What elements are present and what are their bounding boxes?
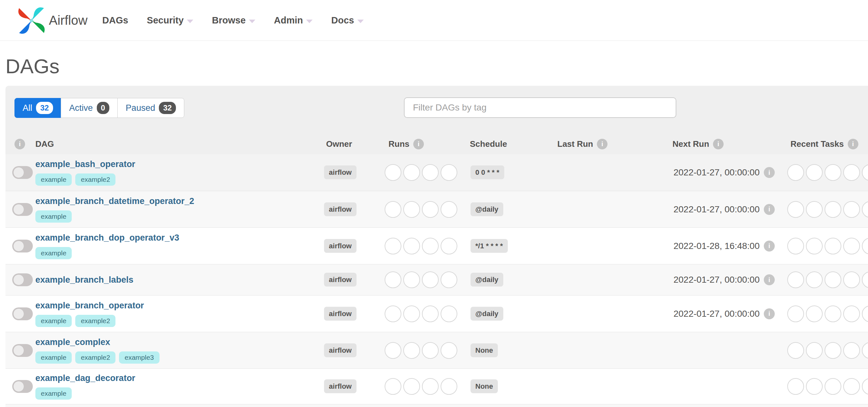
task-status-circle[interactable] xyxy=(384,164,401,181)
task-status-circle[interactable] xyxy=(403,342,420,359)
task-status-circle[interactable] xyxy=(825,238,841,255)
task-status-circle[interactable] xyxy=(403,378,420,395)
task-status-circle[interactable] xyxy=(787,342,804,359)
dag-link[interactable]: example_bash_operator xyxy=(35,159,135,169)
dag-link[interactable]: example_branch_labels xyxy=(35,275,133,285)
column-schedule[interactable]: Schedule xyxy=(470,134,507,154)
task-status-circle[interactable] xyxy=(422,201,439,218)
task-status-circle[interactable] xyxy=(441,238,457,255)
task-status-circle[interactable] xyxy=(843,271,860,288)
task-status-circle[interactable] xyxy=(787,238,804,255)
dag-tag[interactable]: example xyxy=(35,315,72,327)
task-status-circle[interactable] xyxy=(862,305,868,322)
task-status-circle[interactable] xyxy=(441,271,457,288)
task-status-circle[interactable] xyxy=(441,378,457,395)
task-status-circle[interactable] xyxy=(384,378,401,395)
dag-tag[interactable]: example xyxy=(35,210,72,223)
nav-item[interactable]: Admin xyxy=(274,15,313,26)
schedule-badge[interactable]: @daily xyxy=(470,202,503,216)
task-status-circle[interactable] xyxy=(384,305,401,322)
task-status-circle[interactable] xyxy=(403,238,420,255)
dag-tag[interactable]: example2 xyxy=(75,173,116,186)
task-status-circle[interactable] xyxy=(384,342,401,359)
dag-tag[interactable]: example2 xyxy=(75,351,116,364)
task-status-circle[interactable] xyxy=(806,305,823,322)
tab-active[interactable]: Active 0 xyxy=(61,98,118,118)
task-status-circle[interactable] xyxy=(843,305,860,322)
schedule-badge[interactable]: @daily xyxy=(470,273,503,286)
schedule-badge[interactable]: @daily xyxy=(470,307,503,320)
task-status-circle[interactable] xyxy=(862,342,868,359)
task-status-circle[interactable] xyxy=(806,201,823,218)
task-status-circle[interactable] xyxy=(825,201,841,218)
task-status-circle[interactable] xyxy=(806,378,823,395)
tab-all[interactable]: All 32 xyxy=(14,98,61,118)
tab-paused[interactable]: Paused 32 xyxy=(117,98,184,118)
info-icon[interactable]: i xyxy=(597,139,608,149)
task-status-circle[interactable] xyxy=(825,271,841,288)
info-icon[interactable]: i xyxy=(848,139,858,149)
pause-toggle[interactable] xyxy=(12,380,33,393)
task-status-circle[interactable] xyxy=(862,201,868,218)
pause-toggle[interactable] xyxy=(12,273,33,286)
task-status-circle[interactable] xyxy=(384,238,401,255)
task-status-circle[interactable] xyxy=(441,164,457,181)
task-status-circle[interactable] xyxy=(806,164,823,181)
dag-tag[interactable]: example xyxy=(35,387,72,400)
dag-link[interactable]: example_branch_dop_operator_v3 xyxy=(35,233,179,243)
task-status-circle[interactable] xyxy=(843,201,860,218)
info-icon[interactable]: i xyxy=(713,139,723,149)
task-status-circle[interactable] xyxy=(787,378,804,395)
dag-link[interactable]: example_branch_datetime_operator_2 xyxy=(35,196,194,206)
task-status-circle[interactable] xyxy=(787,201,804,218)
nav-item[interactable]: DAGs xyxy=(102,15,128,26)
task-status-circle[interactable] xyxy=(422,238,439,255)
pause-toggle[interactable] xyxy=(12,307,33,320)
task-status-circle[interactable] xyxy=(441,305,457,322)
schedule-badge[interactable]: */1 * * * * xyxy=(470,239,508,253)
dag-tag[interactable]: example3 xyxy=(119,351,159,364)
dag-link[interactable]: example_dag_decorator xyxy=(35,373,135,383)
dag-tag[interactable]: example xyxy=(35,173,72,186)
task-status-circle[interactable] xyxy=(441,201,457,218)
info-icon[interactable]: i xyxy=(413,139,424,149)
info-icon[interactable]: i xyxy=(764,274,775,285)
dag-link[interactable]: example_branch_operator xyxy=(35,301,144,311)
pause-toggle[interactable] xyxy=(12,240,33,252)
task-status-circle[interactable] xyxy=(787,164,804,181)
task-status-circle[interactable] xyxy=(806,238,823,255)
nav-item[interactable]: Browse xyxy=(212,15,255,26)
task-status-circle[interactable] xyxy=(843,378,860,395)
task-status-circle[interactable] xyxy=(862,238,868,255)
info-icon[interactable]: i xyxy=(14,139,25,149)
task-status-circle[interactable] xyxy=(862,378,868,395)
dag-link[interactable]: example_complex xyxy=(35,337,159,347)
task-status-circle[interactable] xyxy=(787,305,804,322)
task-status-circle[interactable] xyxy=(806,271,823,288)
schedule-badge[interactable]: None xyxy=(470,343,498,357)
column-runs[interactable]: Runs i xyxy=(389,134,424,154)
task-status-circle[interactable] xyxy=(862,271,868,288)
pause-toggle[interactable] xyxy=(12,166,33,179)
filter-dags-by-tag-input[interactable] xyxy=(404,97,676,118)
task-status-circle[interactable] xyxy=(422,305,439,322)
dag-tag[interactable]: example xyxy=(35,247,72,259)
task-status-circle[interactable] xyxy=(422,271,439,288)
schedule-badge[interactable]: None xyxy=(470,379,498,393)
task-status-circle[interactable] xyxy=(825,378,841,395)
task-status-circle[interactable] xyxy=(441,342,457,359)
column-owner[interactable]: Owner xyxy=(326,134,352,154)
task-status-circle[interactable] xyxy=(422,342,439,359)
airflow-brand[interactable]: Airflow xyxy=(17,0,88,41)
dag-tag[interactable]: example xyxy=(35,351,72,364)
task-status-circle[interactable] xyxy=(422,378,439,395)
task-status-circle[interactable] xyxy=(825,164,841,181)
column-dag[interactable]: DAG xyxy=(35,134,54,154)
task-status-circle[interactable] xyxy=(403,201,420,218)
pause-toggle[interactable] xyxy=(12,203,33,216)
task-status-circle[interactable] xyxy=(825,342,841,359)
task-status-circle[interactable] xyxy=(843,238,860,255)
task-status-circle[interactable] xyxy=(403,164,420,181)
task-status-circle[interactable] xyxy=(422,164,439,181)
pause-toggle[interactable] xyxy=(12,344,33,357)
